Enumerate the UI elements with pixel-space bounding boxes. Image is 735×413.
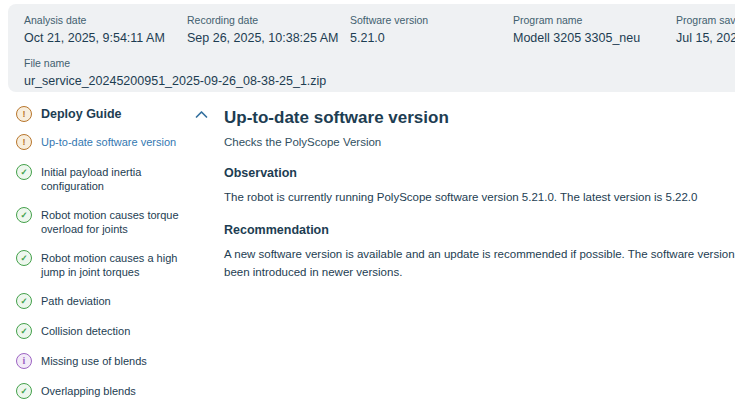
sidebar-item-label: Missing use of blends <box>41 354 203 368</box>
sidebar-item-label: Up-to-date software version <box>41 135 203 149</box>
meta-label: Program name <box>513 14 676 26</box>
meta-label: File name <box>24 57 735 69</box>
recommendation-text-line1: A new software version is available and … <box>224 245 735 263</box>
sidebar-item-initial-payload-inertia[interactable]: Initial payload inertia configuration <box>16 164 218 193</box>
chevron-up-icon[interactable] <box>195 110 208 119</box>
meta-field-recording-date: Recording date Sep 26, 2025, 10:38:25 AM <box>187 14 350 46</box>
file-name-value: ur_service_20245200951_2025-09-26_08-38-… <box>24 74 735 89</box>
meta-field-program-name: Program name Modell 3205 3305_neu <box>513 14 676 46</box>
info-icon <box>16 353 32 369</box>
metadata-card: Analysis date Oct 21, 2025, 9:54:11 AM R… <box>8 4 735 92</box>
recommendation-heading: Recommendation <box>224 222 735 238</box>
meta-value: Sep 26, 2025, 10:38:25 AM <box>187 31 350 46</box>
check-icon <box>16 164 32 180</box>
warning-icon <box>16 106 32 122</box>
sidebar-item-label: Robot motion causes torque overload for … <box>41 208 203 236</box>
deploy-guide-sidebar: Deploy Guide Up-to-date software version… <box>16 106 218 413</box>
observation-text: The robot is currently running PolyScope… <box>224 188 735 206</box>
meta-value: 5.21.0 <box>350 31 513 46</box>
meta-label: Software version <box>350 14 513 26</box>
sidebar-item-up-to-date-software-version[interactable]: Up-to-date software version <box>16 134 218 150</box>
metadata-row: Analysis date Oct 21, 2025, 9:54:11 AM R… <box>24 14 735 46</box>
check-icon <box>16 293 32 309</box>
sidebar-item-collision-detection[interactable]: Collision detection <box>16 323 218 339</box>
meta-field-program-saved: Program saved Jul 15, 2024, <box>676 14 735 46</box>
sidebar-item-overlapping-blends[interactable]: Overlapping blends <box>16 383 218 399</box>
deploy-guide-header[interactable]: Deploy Guide <box>16 106 218 122</box>
sidebar-item-path-deviation[interactable]: Path deviation <box>16 293 218 309</box>
meta-value: Oct 21, 2025, 9:54:11 AM <box>24 31 187 46</box>
meta-field-analysis-date: Analysis date Oct 21, 2025, 9:54:11 AM <box>24 14 187 46</box>
check-icon <box>16 207 32 223</box>
meta-value: Jul 15, 2024, <box>676 31 735 46</box>
deploy-guide-title: Deploy Guide <box>41 107 122 121</box>
meta-field-file-name: File name ur_service_20245200951_2025-09… <box>24 57 735 89</box>
sidebar-item-torque-overload[interactable]: Robot motion causes torque overload for … <box>16 207 218 236</box>
check-icon <box>16 250 32 266</box>
observation-heading: Observation <box>224 165 735 181</box>
sidebar-item-missing-use-of-blends[interactable]: Missing use of blends <box>16 353 218 369</box>
check-icon <box>16 383 32 399</box>
meta-value: Modell 3205 3305_neu <box>513 31 676 46</box>
sidebar-item-high-jump-joint-torques[interactable]: Robot motion causes a high jump in joint… <box>16 250 218 279</box>
sidebar-item-label: Collision detection <box>41 324 203 338</box>
sidebar-item-label: Path deviation <box>41 294 203 308</box>
sidebar-item-label: Initial payload inertia configuration <box>41 165 203 193</box>
sidebar-item-label: Robot motion causes a high jump in joint… <box>41 251 203 279</box>
check-icon <box>16 323 32 339</box>
warning-icon <box>16 134 32 150</box>
meta-label: Analysis date <box>24 14 187 26</box>
meta-label: Program saved <box>676 14 735 26</box>
main-content: Up-to-date software version Checks the P… <box>224 108 735 281</box>
recommendation-text-line2: been introduced in newer versions. <box>224 263 735 281</box>
sidebar-item-label: Overlapping blends <box>41 384 203 398</box>
meta-label: Recording date <box>187 14 350 26</box>
page-title: Up-to-date software version <box>224 108 735 128</box>
meta-field-software-version: Software version 5.21.0 <box>350 14 513 46</box>
page-subtitle: Checks the PolyScope Version <box>224 135 735 149</box>
